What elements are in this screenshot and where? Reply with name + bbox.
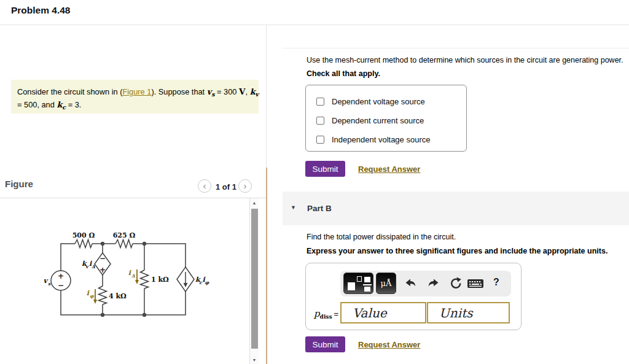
part-b-submit-button[interactable]: Submit xyxy=(305,336,345,352)
vs-minus-sign: − xyxy=(58,281,64,290)
statement-text: , xyxy=(246,87,250,96)
dep-c-label-i-sub: φ xyxy=(205,280,210,285)
resistor-4k-label: 4 kΩ xyxy=(109,292,127,300)
template-fraction-icon xyxy=(364,277,370,282)
p-symbol: p xyxy=(314,308,320,319)
problem-page: Problem 4.48 Consider the circuit shown … xyxy=(0,0,629,364)
part-b-title: Part B xyxy=(307,204,332,213)
dep-v-plus-sign: + xyxy=(100,266,106,274)
answer-entry-box: μÅ ? pdiss= xyxy=(305,263,522,330)
option-label: Independent voltage source xyxy=(332,135,430,144)
resistor-625-label: 625 Ω xyxy=(113,231,136,239)
part-a-top-divider xyxy=(283,48,629,48)
option-dependent-voltage-source[interactable]: Dependent voltage source xyxy=(316,95,425,107)
units-input[interactable] xyxy=(427,302,510,323)
vs-plus-sign: + xyxy=(58,272,64,281)
panel-divider-lower xyxy=(266,168,267,364)
reset-icon[interactable] xyxy=(448,276,463,291)
kc-symbol: k xyxy=(57,100,62,109)
option-label: Dependent voltage source xyxy=(332,97,425,106)
figure-page-indicator: 1 of 1 xyxy=(214,182,238,192)
figure-scrollbar[interactable]: ▲ ▼ xyxy=(249,198,259,364)
panel-divider xyxy=(266,25,267,168)
part-a-question: Use the mesh-current method to determine… xyxy=(307,56,623,64)
figure-section-label: Figure xyxy=(5,179,33,189)
kv-symbol: k xyxy=(250,87,256,96)
resistor-1k-label: 1 kΩ xyxy=(151,276,169,284)
vs-label-sub: s xyxy=(48,281,51,287)
figure-1-link[interactable]: Figure 1 xyxy=(122,87,151,96)
dep-v-label-i-sub: Δ xyxy=(92,264,95,269)
statement-text: = 3. xyxy=(66,100,81,109)
circuit-figure: + − − + 500 Ω 625 Ω 4 kΩ 1 kΩ v s k v i … xyxy=(34,220,212,329)
part-b-header[interactable]: ▼ Part B xyxy=(283,192,629,225)
option-label: Dependent current source xyxy=(332,116,424,125)
help-button[interactable]: ? xyxy=(491,277,501,292)
template-fraction-line-icon xyxy=(363,284,372,285)
part-a-instruction: Check all that apply. xyxy=(307,69,380,78)
undo-icon[interactable] xyxy=(403,276,418,291)
dep-v-minus-sign: − xyxy=(100,254,106,263)
answer-options-group: Dependent voltage source Dependent curre… xyxy=(305,85,467,152)
template-fraction-bottom-icon xyxy=(364,287,370,292)
i-delta-arrow-icon xyxy=(135,280,139,284)
figure-next-button[interactable]: › xyxy=(238,179,252,193)
scrollbar-thumb[interactable] xyxy=(251,209,258,349)
i-delta-label-sub: Δ xyxy=(131,273,135,279)
header-divider xyxy=(0,25,629,25)
part-b-request-answer-link[interactable]: Request Answer xyxy=(358,340,420,349)
template-square-icon xyxy=(348,282,355,290)
volt-unit: V xyxy=(239,87,245,96)
part-b-question: Find the total power dissipated in the c… xyxy=(307,233,456,241)
i-phi-label-sub: φ xyxy=(90,293,95,299)
part-a-submit-button[interactable]: Submit xyxy=(305,161,345,177)
part-a-request-answer-link[interactable]: Request Answer xyxy=(358,165,420,174)
resistor-500-label: 500 Ω xyxy=(72,231,95,239)
option-dependent-current-source[interactable]: Dependent current source xyxy=(316,114,424,126)
problem-statement: Consider the circuit shown in (Figure 1)… xyxy=(11,80,259,114)
statement-line-2: = 500, and kc = 3. xyxy=(17,100,81,109)
redo-icon[interactable] xyxy=(426,276,441,291)
statement-text: = 500, and xyxy=(17,100,57,109)
figure-prev-button[interactable]: ‹ xyxy=(198,179,211,193)
part-b-instruction: Express your answer to three significant… xyxy=(307,247,608,255)
statement-line-1: Consider the circuit shown in (Figure 1)… xyxy=(17,87,259,96)
p-subscript: diss xyxy=(320,314,332,320)
value-input[interactable] xyxy=(340,302,426,323)
kv-subscript: v xyxy=(256,91,259,98)
keyboard-icon[interactable] xyxy=(467,276,484,291)
checkbox[interactable] xyxy=(316,98,324,106)
units-button[interactable]: μÅ xyxy=(376,273,396,294)
statement-text: ). Suppose that xyxy=(151,87,206,96)
checkbox[interactable] xyxy=(316,117,324,125)
scrollbar-down-icon[interactable]: ▼ xyxy=(250,358,259,362)
i-phi-arrow-icon xyxy=(93,300,97,304)
equals-sign: = xyxy=(334,309,338,319)
equation-toolbar: μÅ ? xyxy=(340,271,511,296)
equation-templates-button[interactable] xyxy=(343,273,373,294)
answer-symbol: pdiss= xyxy=(314,308,338,320)
checkbox[interactable] xyxy=(316,136,324,144)
statement-text: Consider the circuit shown in ( xyxy=(17,87,122,96)
collapse-caret-icon[interactable]: ▼ xyxy=(291,204,296,211)
option-independent-voltage-source[interactable]: Independent voltage source xyxy=(316,133,430,145)
statement-text: = 300 xyxy=(215,87,240,96)
page-title: Problem 4.48 xyxy=(11,5,71,16)
figure-divider xyxy=(0,198,266,198)
scrollbar-up-icon[interactable]: ▲ xyxy=(250,201,259,205)
template-exponent-icon xyxy=(357,276,362,282)
